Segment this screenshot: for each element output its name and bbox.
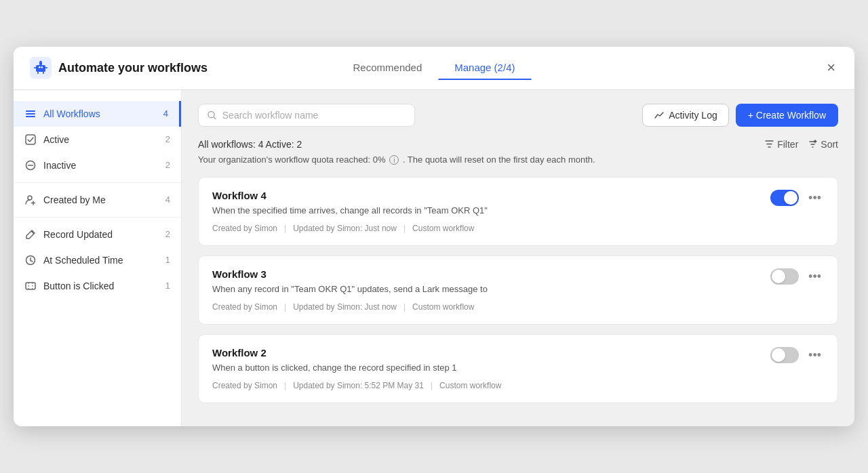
activity-icon xyxy=(654,110,665,121)
card-top-3: Workflow 3 When any record in "Team OKR … xyxy=(212,268,824,312)
workflow-4-type: Custom workflow xyxy=(412,224,474,233)
quota-suffix: . The quota will reset on the first day … xyxy=(403,155,595,165)
workflow-3-toggle[interactable] xyxy=(770,268,799,285)
meta-sep-3: | xyxy=(284,302,286,312)
svg-rect-12 xyxy=(26,116,35,117)
sidebar-divider-1 xyxy=(14,182,181,183)
sidebar-item-count-all-workflows: 4 xyxy=(163,108,168,119)
sort-button[interactable]: Sort xyxy=(808,139,838,150)
svg-rect-8 xyxy=(34,67,36,68)
robot-icon xyxy=(30,57,52,79)
checkbox-icon xyxy=(24,133,37,146)
modal-container: Automate your workflows Recommended Mana… xyxy=(14,47,854,427)
sidebar-item-count-button-is-clicked: 1 xyxy=(165,281,170,291)
sidebar-item-label-record-updated: Record Updated xyxy=(43,229,159,240)
circle-minus-icon xyxy=(24,159,37,171)
sidebar-item-inactive[interactable]: Inactive 2 xyxy=(14,152,181,178)
filter-button[interactable]: Filter xyxy=(764,139,798,150)
filter-icon xyxy=(764,139,774,149)
tab-recommended[interactable]: Recommended xyxy=(337,56,439,80)
svg-rect-20 xyxy=(26,283,35,289)
sidebar-item-count-active: 2 xyxy=(165,134,170,144)
person-plus-icon xyxy=(24,194,37,206)
sidebar-item-active[interactable]: Active 2 xyxy=(14,127,181,152)
activity-log-label: Activity Log xyxy=(669,110,717,121)
sidebar-item-all-workflows[interactable]: All Workflows 4 xyxy=(14,101,181,127)
workflow-2-toggle[interactable] xyxy=(770,347,799,363)
info-bar: All workflows: 4 Active: 2 Filter xyxy=(198,139,838,167)
workflow-3-type: Custom workflow xyxy=(412,302,474,312)
card-actions-2: ••• xyxy=(770,347,824,363)
workflow-3-desc: When any record in "Team OKR Q1" updates… xyxy=(212,284,770,294)
sidebar-item-at-scheduled-time[interactable]: At Scheduled Time 1 xyxy=(14,247,181,273)
header: Automate your workflows Recommended Mana… xyxy=(14,47,854,90)
svg-rect-6 xyxy=(37,72,39,74)
workflow-card-3: Workflow 3 When any record in "Team OKR … xyxy=(198,255,838,325)
sidebar-item-created-by-me[interactable]: Created by Me 4 xyxy=(14,187,181,213)
tab-manage[interactable]: Manage (2/4) xyxy=(438,56,531,80)
header-tabs: Recommended Manage (2/4) xyxy=(337,56,532,80)
sidebar-item-record-updated[interactable]: Record Updated 2 xyxy=(14,222,181,247)
sidebar-item-button-is-clicked[interactable]: Button is Clicked 1 xyxy=(14,273,181,299)
svg-rect-2 xyxy=(39,66,41,68)
workflow-4-desc: When the specified time arrives, change … xyxy=(212,205,770,215)
meta-sep-4: | xyxy=(403,302,406,312)
meta-sep-2: | xyxy=(403,224,406,233)
meta-sep-1: | xyxy=(284,224,286,233)
meta-sep-6: | xyxy=(431,381,433,390)
sidebar-item-count-record-updated: 2 xyxy=(165,229,170,239)
activity-log-button[interactable]: Activity Log xyxy=(642,104,729,127)
sidebar-item-label-active: Active xyxy=(43,134,159,145)
workflow-2-updated: Updated by Simon: 5:52 PM May 31 xyxy=(293,381,424,390)
svg-point-5 xyxy=(40,61,42,63)
workflow-list: Workflow 4 When the specified time arriv… xyxy=(198,177,838,403)
svg-rect-13 xyxy=(26,135,35,144)
workflow-4-meta: Created by Simon | Updated by Simon: Jus… xyxy=(212,224,770,233)
sidebar-item-label-at-scheduled-time: At Scheduled Time xyxy=(43,255,159,266)
create-workflow-button[interactable]: + Create Workflow xyxy=(736,104,838,127)
workflow-2-meta: Created by Simon | Updated by Simon: 5:5… xyxy=(212,381,770,390)
info-quota-icon: i xyxy=(389,155,399,165)
card-content-3: Workflow 3 When any record in "Team OKR … xyxy=(212,268,770,312)
quota-text: Your organization's workflow quota reach… xyxy=(198,155,386,165)
workflow-3-title: Workflow 3 xyxy=(212,268,770,280)
sidebar-item-label-created-by-me: Created by Me xyxy=(43,194,159,205)
close-button[interactable]: × xyxy=(824,58,838,78)
workflow-3-created: Created by Simon xyxy=(212,302,277,312)
app-title: Automate your workflows xyxy=(58,61,208,75)
svg-rect-10 xyxy=(26,110,35,112)
workflow-2-title: Workflow 2 xyxy=(212,347,770,358)
card-actions-4: ••• xyxy=(770,190,824,206)
info-quota: Your organization's workflow quota reach… xyxy=(198,153,838,167)
card-top-2: Workflow 2 When a button is clicked, cha… xyxy=(212,347,824,390)
sidebar-item-count-at-scheduled-time: 1 xyxy=(165,255,170,265)
svg-point-16 xyxy=(28,196,32,200)
clock-icon xyxy=(24,254,37,266)
sidebar-item-count-inactive: 2 xyxy=(165,160,170,170)
main-content: Activity Log + Create Workflow All workf… xyxy=(182,90,854,427)
workflow-3-more-button[interactable]: ••• xyxy=(806,269,824,284)
search-box xyxy=(198,104,415,127)
workflow-4-updated: Updated by Simon: Just now xyxy=(293,224,397,233)
workflow-2-type: Custom workflow xyxy=(439,381,501,390)
sidebar-divider-2 xyxy=(14,217,181,218)
card-top-4: Workflow 4 When the specified time arriv… xyxy=(212,190,824,233)
filter-label: Filter xyxy=(777,139,798,150)
menu-icon xyxy=(24,108,37,120)
sidebar-item-count-created-by-me: 4 xyxy=(165,194,170,205)
search-icon xyxy=(207,110,217,121)
workflow-2-desc: When a button is clicked, change the rec… xyxy=(212,363,770,373)
svg-rect-9 xyxy=(45,67,47,68)
sidebar: All Workflows 4 Active 2 xyxy=(14,90,182,427)
sidebar-item-label-all-workflows: All Workflows xyxy=(43,108,157,119)
toolbar: Activity Log + Create Workflow xyxy=(198,104,838,127)
workflow-2-more-button[interactable]: ••• xyxy=(806,348,824,363)
workflow-4-toggle[interactable] xyxy=(770,190,799,206)
sidebar-item-label-inactive: Inactive xyxy=(43,160,159,171)
body: All Workflows 4 Active 2 xyxy=(14,90,854,427)
info-summary: All workflows: 4 Active: 2 xyxy=(198,139,302,150)
workflow-4-more-button[interactable]: ••• xyxy=(806,190,824,205)
workflow-card-2: Workflow 2 When a button is clicked, cha… xyxy=(198,334,838,403)
search-input[interactable] xyxy=(222,110,406,121)
card-actions-3: ••• xyxy=(770,268,824,285)
